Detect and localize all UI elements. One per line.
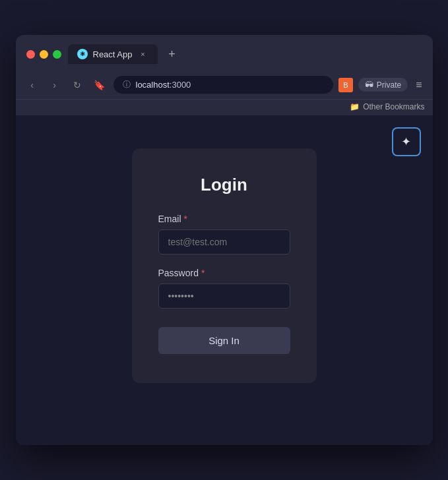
browser-tab[interactable]: ⚛ React App × bbox=[68, 44, 158, 64]
page-content: ✦ Login Email * Password * Sign In bbox=[16, 115, 433, 445]
address-bar[interactable]: ⓘ localhost:3000 bbox=[113, 76, 333, 94]
password-label: Password * bbox=[158, 268, 290, 278]
password-required-star: * bbox=[201, 268, 205, 278]
login-title: Login bbox=[158, 175, 290, 195]
email-input[interactable] bbox=[158, 229, 290, 255]
bookmark-icon: 🔖 bbox=[94, 80, 105, 90]
address-text: localhost:3000 bbox=[136, 80, 324, 90]
private-label: Private bbox=[377, 80, 401, 90]
maximize-button[interactable] bbox=[53, 50, 61, 59]
bookmark-button[interactable]: 🔖 bbox=[91, 76, 108, 94]
brave-shield-button[interactable]: B bbox=[338, 78, 353, 92]
tab-area: ⚛ React App × + bbox=[68, 44, 422, 64]
forward-button[interactable]: › bbox=[46, 76, 63, 94]
sign-in-button[interactable]: Sign In bbox=[158, 327, 290, 354]
login-card: Login Email * Password * Sign In bbox=[132, 148, 317, 383]
email-required-star: * bbox=[184, 214, 187, 224]
email-label: Email * bbox=[158, 214, 290, 224]
password-form-group: Password * bbox=[158, 268, 290, 309]
back-button[interactable]: ‹ bbox=[24, 76, 41, 94]
private-icon: 🕶 bbox=[365, 80, 373, 90]
security-icon: ⓘ bbox=[123, 79, 131, 90]
reload-button[interactable]: ↻ bbox=[69, 76, 86, 94]
password-input[interactable] bbox=[158, 284, 290, 309]
address-host: localhost bbox=[136, 80, 170, 90]
new-tab-button[interactable]: + bbox=[163, 45, 181, 63]
other-bookmarks-item[interactable]: 📁 Other Bookmarks bbox=[350, 102, 424, 111]
tab-favicon: ⚛ bbox=[77, 49, 88, 59]
minimize-button[interactable] bbox=[40, 50, 48, 59]
tab-close-button[interactable]: × bbox=[138, 49, 148, 59]
bookmarks-folder-icon: 📁 bbox=[350, 102, 360, 111]
bookmarks-bar: 📁 Other Bookmarks bbox=[16, 99, 433, 115]
traffic-lights bbox=[26, 50, 61, 59]
tab-title: React App bbox=[93, 49, 133, 59]
title-bar: ⚛ React App × + bbox=[16, 35, 433, 71]
browser-menu-button[interactable]: ≡ bbox=[413, 76, 424, 94]
address-bar-row: ‹ › ↻ 🔖 ⓘ localhost:3000 B 🕶 Private ≡ bbox=[16, 71, 433, 99]
email-form-group: Email * bbox=[158, 214, 290, 255]
close-button[interactable] bbox=[26, 50, 35, 59]
browser-window: ⚛ React App × + ‹ › ↻ 🔖 ⓘ localhost:3000… bbox=[16, 35, 433, 445]
react-icon: ⚛ bbox=[80, 51, 85, 57]
address-port: :3000 bbox=[170, 80, 191, 90]
private-badge: 🕶 Private bbox=[358, 78, 408, 92]
bookmarks-label: Other Bookmarks bbox=[363, 102, 424, 111]
theme-toggle-button[interactable]: ✦ bbox=[392, 127, 421, 156]
